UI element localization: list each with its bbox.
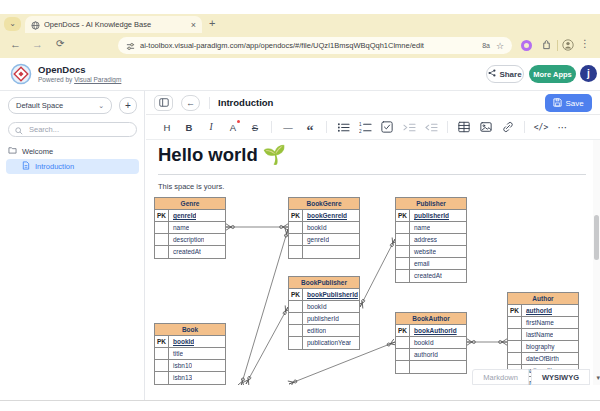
share-button[interactable]: Share [486, 65, 524, 83]
profile-icon[interactable] [562, 39, 574, 53]
attribute-cell: biography [522, 341, 555, 352]
attribute-cell: name [169, 222, 189, 233]
back-button[interactable]: ← [181, 95, 200, 111]
er-diagram: GenrePKgenreIdnamedescriptioncreatedAtBo… [146, 140, 594, 385]
forward-icon[interactable]: → [32, 38, 43, 50]
bookmark-star-icon[interactable]: ☆ [496, 41, 504, 51]
back-icon[interactable]: ← [10, 38, 21, 50]
key-cell [289, 301, 303, 312]
key-cell: PK [289, 289, 303, 300]
entity-BookAuthor: BookAuthorPKbookAuthorIdbookIdauthorId [395, 312, 467, 374]
toolbar-task-list-icon[interactable] [378, 118, 396, 136]
toolbar-italic-button[interactable]: I [202, 118, 220, 136]
reload-icon[interactable]: ⟳ [56, 38, 64, 49]
attribute-cell [303, 246, 307, 258]
toolbar-table-icon[interactable] [455, 118, 473, 136]
entity-Book: BookPKbookIdtitleisbn10isbn13 [154, 323, 226, 385]
browser-menu-icon[interactable]: ⋮ [580, 38, 590, 49]
toolbar-heading-button[interactable]: H [158, 118, 176, 136]
toolbar-blockquote-button[interactable]: “ [301, 115, 319, 140]
toolbar-link-icon[interactable] [499, 118, 517, 136]
attribute-cell: name [410, 222, 430, 233]
attribute-cell: website [410, 246, 436, 257]
attribute-cell: publisherId [303, 313, 339, 324]
mode-wysiwyg-button[interactable]: WYSIWYG [531, 369, 590, 385]
share-icon [488, 69, 496, 79]
search-box[interactable] [8, 122, 137, 137]
entity-row: isbn13 [155, 372, 225, 384]
toolbar-ordered-list-icon[interactable]: 12 [356, 118, 374, 136]
relationship-BookGenre-Book [241, 229, 288, 385]
attribute-cell: bookId [303, 222, 327, 233]
toolbar-bullet-list-icon[interactable] [334, 118, 352, 136]
browser-tab[interactable]: OpenDocs - AI Knowledge Base × [25, 16, 202, 33]
attribute-cell: bookId [410, 337, 434, 348]
key-cell [508, 329, 522, 340]
key-cell [289, 234, 303, 245]
editor-toolbar: HBIAS—“12</>⋯ [146, 115, 600, 140]
space-selector[interactable]: Default Space ⌄ [8, 97, 112, 114]
tab-close-icon[interactable]: × [191, 20, 196, 30]
more-apps-button[interactable]: More Apps [529, 65, 576, 83]
site-settings-icon[interactable] [126, 37, 135, 55]
toolbar-code-button[interactable]: </> [532, 118, 550, 136]
scroll-down-icon[interactable]: ▾ [596, 374, 600, 382]
extension-icon[interactable] [521, 40, 532, 51]
toolbar-outdent-icon[interactable] [422, 118, 440, 136]
toolbar-indent-icon[interactable] [400, 118, 418, 136]
key-cell: PK [155, 210, 169, 221]
toolbar-text-color-button[interactable]: A [224, 118, 242, 136]
toolbar-bold-button[interactable]: B [180, 118, 198, 136]
key-cell [155, 348, 169, 359]
toolbar-more-button[interactable]: ⋯ [554, 118, 572, 136]
attribute-cell: genreId [169, 210, 196, 221]
user-avatar[interactable]: j [580, 65, 597, 82]
app-header: OpenDocs Powered by Visual Paradigm Shar… [0, 58, 600, 91]
save-button[interactable]: Save [545, 94, 592, 112]
scrollbar-thumb[interactable] [594, 215, 599, 260]
entity-row: PKpublisherId [396, 210, 466, 222]
tab-search-button[interactable]: ⌄ [4, 17, 21, 31]
save-icon [553, 98, 562, 109]
attribute-cell: bookId [303, 301, 327, 312]
svg-text:2: 2 [359, 128, 362, 133]
relationship-BookPublisher-Book [246, 307, 288, 384]
entity-row: PKbookId [155, 336, 225, 348]
entity-header: Book [155, 324, 225, 336]
editor-content[interactable]: Hello world 🌱 This space is yours. Genre… [146, 140, 600, 385]
entity-row: bookId [396, 337, 466, 349]
address-badge-icon[interactable]: 8a [482, 42, 490, 49]
toolbar-horizontal-rule-button[interactable]: — [279, 118, 297, 136]
key-cell: PK [289, 210, 303, 221]
sidebar-item-introduction[interactable]: Introduction [6, 159, 139, 174]
entity-row: publicationYear [289, 337, 359, 349]
save-label: Save [565, 99, 583, 108]
add-space-button[interactable]: + [119, 97, 137, 114]
toolbar-strikethrough-button[interactable]: S [246, 118, 264, 136]
content-scrollbar[interactable]: ▾ [593, 140, 600, 385]
header-divider [209, 97, 210, 109]
document-area: ← Introduction Save HBIAS—“12</>⋯ Hello … [146, 91, 600, 400]
search-input[interactable] [27, 124, 130, 135]
share-label: Share [499, 70, 521, 79]
folder-icon [8, 146, 17, 156]
toolbar-image-icon[interactable] [477, 118, 495, 136]
tab-title: OpenDocs - AI Knowledge Base [44, 20, 188, 29]
key-cell [396, 361, 410, 373]
extensions-icon[interactable] [541, 39, 552, 52]
entity-row: dateOfBirth [508, 353, 578, 365]
url-bar[interactable]: ai-toolbox.visual-paradigm.com/app/opend… [118, 37, 512, 54]
entity-row: bookId [289, 301, 359, 313]
attribute-cell: address [410, 234, 437, 245]
mode-markdown-button[interactable]: Markdown [472, 369, 529, 385]
key-cell [396, 258, 410, 269]
attribute-cell: isbn10 [169, 360, 192, 371]
visual-paradigm-link[interactable]: Visual Paradigm [74, 76, 121, 83]
sidebar-item-welcome[interactable]: Welcome [8, 146, 53, 156]
entity-row: isbn10 [155, 360, 225, 372]
key-cell [155, 246, 169, 258]
toggle-sidebar-button[interactable] [154, 95, 173, 111]
chevron-down-icon: ⌄ [98, 102, 104, 110]
entity-Publisher: PublisherPKpublisherIdnameaddresswebsite… [395, 197, 467, 283]
new-tab-button[interactable]: + [209, 17, 215, 29]
